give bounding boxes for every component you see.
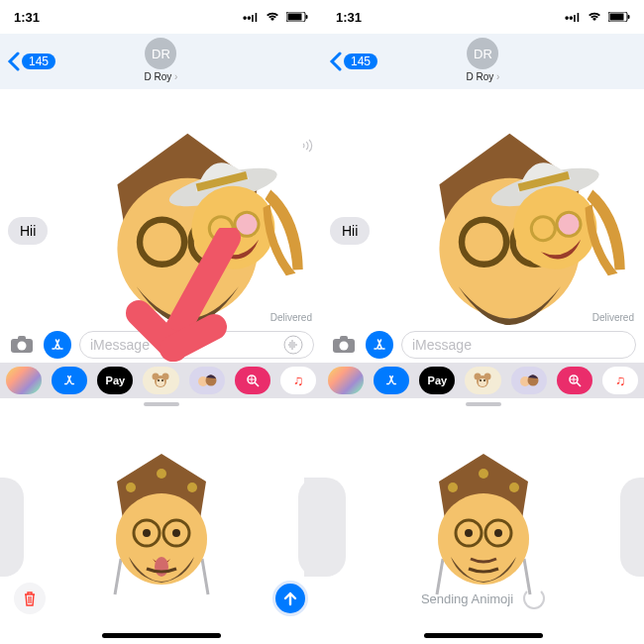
- conversation-area: Hii: [0, 89, 322, 327]
- contact-header[interactable]: DR D Roy: [145, 38, 178, 82]
- app-photos[interactable]: [6, 367, 42, 394]
- app-appstore[interactable]: [374, 367, 409, 394]
- battery-icon: [286, 11, 308, 25]
- message-bubble: Hii: [330, 217, 370, 245]
- nav-header: 145 DR D Roy: [0, 34, 322, 89]
- app-music[interactable]: ♫: [280, 367, 316, 394]
- message-bubble: Hii: [8, 217, 48, 245]
- svg-point-32: [155, 557, 168, 577]
- app-drawer-strip[interactable]: Pay ♫: [0, 363, 322, 398]
- wifi-icon: [266, 11, 282, 25]
- home-indicator[interactable]: [424, 633, 543, 638]
- svg-rect-2: [306, 15, 308, 19]
- contact-name-label: D Roy: [145, 71, 178, 82]
- prev-memoji-peek[interactable]: [0, 478, 24, 577]
- svg-point-50: [479, 378, 486, 386]
- svg-point-16: [153, 374, 160, 380]
- app-animoji[interactable]: [143, 367, 178, 394]
- status-icons: ••ıl: [561, 10, 630, 25]
- svg-point-51: [480, 379, 482, 381]
- screenshot-left: 1:31 ••ıl 145 DR D Roy H: [0, 0, 322, 644]
- sending-label: Sending Animoji: [421, 591, 513, 606]
- drawer-handle[interactable]: [466, 402, 501, 406]
- animoji-drawer: Sending Animoji: [322, 398, 644, 644]
- status-bar: 1:31 ••ıl: [0, 0, 322, 34]
- contact-header[interactable]: DR D Roy: [467, 38, 500, 82]
- svg-point-17: [162, 374, 169, 380]
- app-photos[interactable]: [328, 367, 364, 394]
- svg-point-52: [483, 379, 485, 381]
- app-music[interactable]: ♫: [602, 367, 638, 394]
- loading-spinner-icon: [523, 588, 545, 609]
- send-button[interactable]: [272, 581, 308, 616]
- svg-point-18: [157, 378, 164, 386]
- memoji-hat-large: [152, 139, 310, 297]
- prev-memoji-peek[interactable]: [304, 478, 346, 577]
- app-memoji[interactable]: [189, 367, 225, 394]
- drawer-handle[interactable]: [144, 402, 179, 406]
- status-time: 1:31: [14, 10, 40, 25]
- svg-point-19: [158, 379, 160, 381]
- back-button[interactable]: 145: [328, 52, 377, 71]
- svg-point-56: [448, 483, 458, 492]
- app-drawer-strip[interactable]: Pay ♫: [322, 363, 644, 398]
- contact-avatar: DR: [468, 38, 499, 69]
- home-indicator[interactable]: [102, 633, 221, 638]
- app-apple-pay[interactable]: Pay: [97, 367, 133, 394]
- status-time: 1:31: [336, 10, 362, 25]
- delivered-label: Delivered: [592, 312, 634, 323]
- app-memoji[interactable]: [511, 367, 547, 394]
- svg-point-20: [161, 379, 163, 381]
- status-bar: 1:31 ••ıl: [322, 0, 644, 34]
- signal-icon: ••ıl: [565, 11, 580, 25]
- svg-point-48: [475, 374, 482, 380]
- next-memoji-peek[interactable]: [620, 478, 644, 577]
- svg-point-63: [494, 529, 502, 537]
- svg-rect-35: [628, 15, 630, 19]
- nav-header: 145 DR D Roy: [322, 34, 644, 89]
- screenshot-right: 1:31 ••ıl 145 DR D Roy H: [322, 0, 644, 644]
- delivered-label: Delivered: [270, 312, 312, 323]
- app-appstore[interactable]: [52, 367, 87, 394]
- app-search-images[interactable]: [235, 367, 270, 394]
- svg-point-58: [509, 483, 519, 492]
- app-animoji[interactable]: [465, 367, 500, 394]
- contact-name-label: D Roy: [467, 71, 500, 82]
- unread-badge: 145: [344, 54, 377, 69]
- conversation-area: Hii D: [322, 89, 644, 327]
- svg-point-26: [187, 483, 197, 492]
- app-search-images[interactable]: [557, 367, 592, 394]
- battery-icon: [608, 11, 630, 25]
- memoji-hat-large: [474, 139, 632, 297]
- svg-point-57: [479, 469, 488, 479]
- animoji-drawer: [0, 398, 322, 644]
- back-button[interactable]: 145: [6, 52, 55, 71]
- signal-icon: ••ıl: [243, 11, 258, 25]
- svg-point-49: [484, 374, 491, 380]
- svg-point-24: [126, 483, 136, 492]
- svg-point-25: [157, 469, 166, 479]
- wifi-icon: [588, 11, 604, 25]
- svg-point-31: [172, 529, 180, 537]
- contact-avatar: DR: [146, 38, 177, 69]
- app-apple-pay[interactable]: Pay: [419, 367, 455, 394]
- svg-rect-34: [610, 13, 624, 20]
- svg-point-62: [465, 529, 473, 537]
- status-icons: ••ıl: [239, 10, 308, 25]
- svg-rect-1: [288, 13, 302, 20]
- delete-button[interactable]: [14, 583, 46, 614]
- unread-badge: 145: [22, 54, 55, 69]
- svg-point-30: [143, 529, 151, 537]
